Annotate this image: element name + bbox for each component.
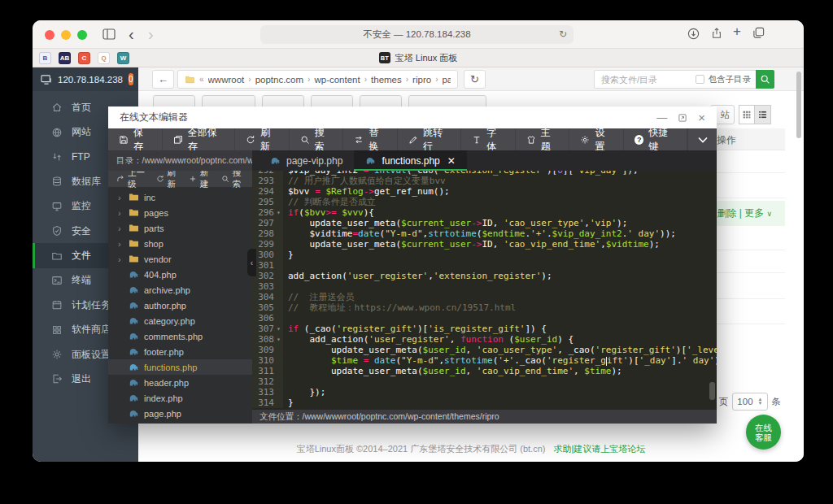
table-row-hover[interactable]: | 删除 | 更多 ∨ bbox=[712, 201, 785, 226]
expander-icon[interactable]: › bbox=[118, 208, 124, 218]
expander-icon[interactable]: › bbox=[118, 224, 124, 233]
pinned-tab-1[interactable]: B bbox=[39, 52, 51, 64]
tab-overview-icon[interactable] bbox=[752, 27, 765, 39]
window-minimize-button[interactable] bbox=[61, 30, 71, 40]
dialog-close-icon[interactable]: × bbox=[698, 112, 705, 123]
line-number: 314 bbox=[252, 398, 274, 408]
path-back-button[interactable]: ← bbox=[152, 70, 174, 89]
reload-icon[interactable]: ↻ bbox=[559, 25, 567, 44]
window-zoom-button[interactable] bbox=[77, 30, 87, 40]
tree-collapse-handle[interactable]: ‹ bbox=[247, 249, 256, 276]
tree-plus-button[interactable]: 新建 bbox=[189, 171, 212, 190]
tree-file-category.php[interactable]: category.php bbox=[108, 313, 252, 328]
back-button[interactable]: ‹ bbox=[129, 27, 134, 41]
tree-file-404.php[interactable]: 404.php bbox=[108, 267, 252, 282]
code-text: if($bvv>= $vvv){ bbox=[283, 207, 374, 218]
editor-dir-label: 目录：/www/wwwroot/poptnc.com/wp... bbox=[108, 150, 252, 171]
tree-refresh-button[interactable]: 刷新 bbox=[156, 171, 179, 190]
breadcrumb-item[interactable]: ripro bbox=[412, 75, 431, 85]
editor-toolbar-search-button[interactable]: 搜索 bbox=[290, 128, 344, 150]
gear-icon bbox=[580, 135, 590, 145]
code-line-310: 310 $time = date("Y-m-d",strtotime('+'._… bbox=[252, 355, 717, 366]
editor-toolbar-save-all-button[interactable]: 全部保存 bbox=[163, 128, 235, 150]
page-scrollbar[interactable] bbox=[796, 72, 801, 138]
tree-folder-inc[interactable]: ›inc bbox=[108, 189, 252, 205]
fold-icon[interactable]: ▾ bbox=[274, 334, 283, 345]
tree-file-header.php[interactable]: header.php bbox=[108, 375, 252, 390]
editor-tab-label: page-vip.php bbox=[286, 155, 342, 167]
fold-icon[interactable]: ▾ bbox=[274, 324, 283, 334]
search-input[interactable] bbox=[600, 74, 691, 85]
editor-toolbar-goto-line-button[interactable]: 跳转行 bbox=[398, 128, 461, 150]
tree-file-page.php[interactable]: page.php bbox=[108, 406, 252, 421]
page-size-select[interactable]: 100 ▲▼ bbox=[732, 393, 767, 411]
code-line-297: 297 update_user_meta($current_user->ID, … bbox=[252, 218, 717, 228]
subdir-checkbox[interactable] bbox=[696, 75, 704, 84]
editor-scrollbar[interactable] bbox=[709, 382, 715, 400]
share-icon[interactable] bbox=[711, 27, 722, 40]
tree-folder-shop[interactable]: ›shop bbox=[108, 236, 252, 251]
editor-toolbar-gear-button[interactable]: 设置 bbox=[569, 128, 624, 150]
editor-toolbar-save-button[interactable]: 保存 bbox=[108, 128, 163, 150]
tree-up-level-button[interactable]: 上一级 bbox=[116, 171, 146, 190]
dialog-title: 在线文本编辑器 bbox=[120, 111, 188, 124]
search-button[interactable] bbox=[756, 70, 774, 89]
row-actions[interactable]: | 删除 | 更多 bbox=[712, 206, 764, 220]
editor-tab-page-vip.php[interactable]: page-vip.php bbox=[259, 150, 354, 171]
downloads-icon[interactable] bbox=[687, 28, 700, 40]
editor-toolbar-theme-button[interactable]: 主题 bbox=[516, 128, 570, 150]
code-line-312: 312 bbox=[252, 376, 717, 387]
code-editor[interactable]: 292$vip_day_int2 = intval(_cao('extensio… bbox=[252, 171, 717, 410]
message-badge[interactable]: 0 bbox=[129, 73, 133, 85]
online-support-button[interactable]: 在线 客服 bbox=[746, 415, 781, 450]
forum-link[interactable]: 求助|建议请上宝塔论坛 bbox=[553, 444, 645, 454]
php-file-icon bbox=[129, 270, 139, 279]
active-tab[interactable]: BT 宝塔 Linux 面板 bbox=[33, 49, 804, 67]
new-tab-icon[interactable]: + bbox=[733, 24, 741, 40]
server-header[interactable]: 120.78.184.238 0 bbox=[33, 67, 138, 91]
pinned-tab-5[interactable]: W bbox=[117, 52, 129, 64]
breadcrumb-item[interactable]: poptnc.com bbox=[255, 75, 303, 85]
plus-icon bbox=[189, 175, 197, 183]
expander-icon[interactable]: › bbox=[118, 254, 124, 264]
breadcrumb-item[interactable]: pages bbox=[442, 75, 451, 85]
tree-file-functions.php[interactable]: functions.php bbox=[108, 359, 252, 375]
pinned-tab-2[interactable]: AB bbox=[59, 52, 71, 64]
path-refresh-button[interactable]: ↻ bbox=[464, 70, 486, 89]
toolbar-collapse-icon[interactable] bbox=[687, 128, 717, 150]
dialog-minimize-icon[interactable]: — bbox=[656, 112, 667, 123]
tree-file-archive.php[interactable]: archive.php bbox=[108, 282, 252, 298]
editor-toolbar-refresh-button[interactable]: 刷新 bbox=[235, 128, 290, 150]
tree-file-author.php[interactable]: author.php bbox=[108, 298, 252, 313]
tree-folder-vendor[interactable]: ›vendor bbox=[108, 251, 252, 267]
pinned-tab-3[interactable]: C bbox=[78, 52, 90, 64]
editor-toolbar-font-button[interactable]: 字体 bbox=[461, 128, 516, 150]
expander-icon[interactable]: › bbox=[118, 193, 124, 202]
tree-folder-pages[interactable]: ›pages bbox=[108, 205, 252, 220]
gutter-spacer bbox=[274, 292, 283, 302]
url-bar[interactable]: 不安全 — 120.78.184.238 ↻ bbox=[260, 25, 574, 44]
tab-close-icon[interactable]: ✕ bbox=[447, 155, 456, 167]
copyright-text: 宝塔Linux面板 ©2014–2021 广东堡塔安全技术有限公司 (bt.cn… bbox=[297, 444, 546, 454]
pinned-tab-4[interactable]: Q bbox=[98, 52, 110, 64]
expander-icon[interactable]: › bbox=[118, 239, 124, 249]
tree-file-comments.php[interactable]: comments.php bbox=[108, 328, 252, 344]
list-view-icon[interactable] bbox=[755, 105, 771, 124]
tree-search-button[interactable]: 搜索 bbox=[221, 171, 244, 190]
forward-button[interactable]: › bbox=[148, 27, 154, 41]
breadcrumb-item[interactable]: wp-content bbox=[314, 75, 360, 85]
window-close-button[interactable] bbox=[45, 30, 55, 40]
editor-tab-functions.php[interactable]: functions.php✕ bbox=[354, 150, 466, 171]
dialog-restore-icon[interactable] bbox=[678, 113, 687, 123]
tree-file-index.php[interactable]: index.php bbox=[108, 390, 252, 406]
sidebar-toggle-icon[interactable] bbox=[102, 28, 116, 40]
breadcrumb[interactable]: « wwwroot›poptnc.com›wp-content›themes›r… bbox=[177, 70, 458, 89]
tree-file-footer.php[interactable]: footer.php bbox=[108, 344, 252, 359]
breadcrumb-item[interactable]: wwwroot bbox=[208, 75, 245, 85]
grid-view-icon[interactable] bbox=[739, 105, 755, 124]
tree-folder-parts[interactable]: ›parts bbox=[108, 220, 252, 236]
fold-icon[interactable]: ▾ bbox=[274, 207, 283, 218]
editor-toolbar-hotkey-button[interactable]: ?快捷键 bbox=[624, 128, 687, 150]
editor-toolbar-replace-button[interactable]: 替换 bbox=[343, 128, 398, 150]
breadcrumb-item[interactable]: themes bbox=[371, 75, 402, 85]
